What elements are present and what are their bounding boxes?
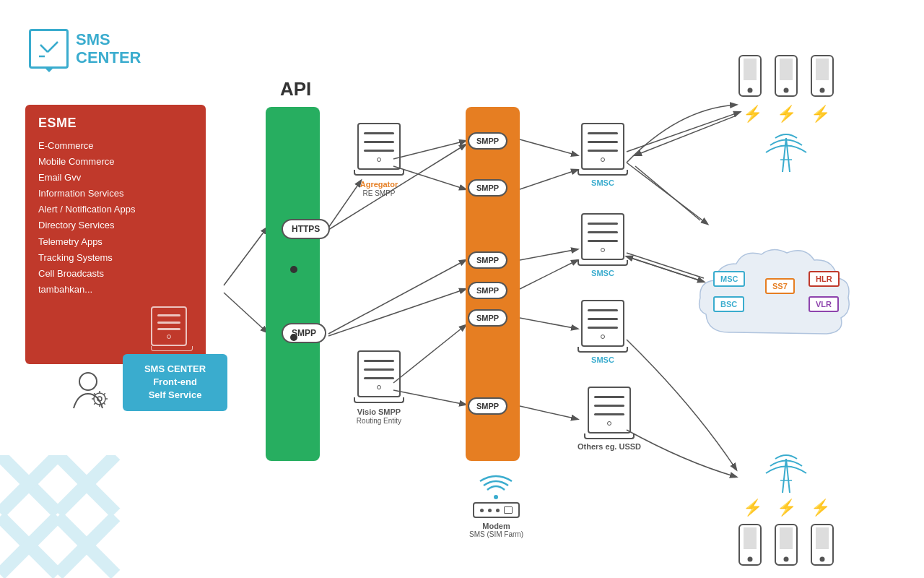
- smpp-badge-3: SMPP: [468, 251, 507, 269]
- user-icon-area: [72, 368, 112, 415]
- svg-line-36: [786, 138, 790, 172]
- smpp-junction-dot: [290, 334, 297, 341]
- svg-point-25: [494, 495, 498, 499]
- ss7-badge: SS7: [765, 278, 795, 294]
- lightning-3: ⚡: [811, 105, 830, 124]
- esme-title: ESME: [38, 116, 193, 131]
- lightning-6: ⚡: [811, 499, 830, 517]
- svg-line-0: [224, 228, 267, 285]
- svg-line-16: [627, 163, 707, 224]
- smpp-badge-6: SMPP: [468, 397, 507, 415]
- svg-line-60: [94, 403, 95, 405]
- svg-line-10: [520, 139, 578, 155]
- svg-rect-33: [816, 59, 829, 80]
- lightning-4: ⚡: [743, 499, 762, 517]
- svg-line-9: [393, 390, 466, 405]
- cloud-shape: MSC BSC SS7 HLR VLR: [693, 246, 859, 354]
- svg-rect-48: [816, 527, 829, 549]
- others-server: Others eg. USSD: [578, 387, 641, 451]
- logo-icon: [29, 29, 69, 69]
- svg-line-12: [520, 249, 578, 260]
- smpp-left-badge: SMPP: [282, 323, 326, 343]
- hlr-badge: HLR: [808, 271, 840, 287]
- svg-line-35: [783, 138, 786, 172]
- svg-line-14: [520, 318, 578, 329]
- frontend-box: SMS CENTER Front-end Self Service: [123, 354, 227, 411]
- modem-area: Modem SMS (SIM Farm): [469, 470, 523, 538]
- svg-point-49: [820, 557, 825, 562]
- smpp-badge-2: SMPP: [468, 179, 507, 197]
- esme-list: E-CommerceMobile CommerceEmail GvvInform…: [38, 138, 193, 298]
- esme-server-icon: [151, 306, 193, 351]
- smpp-badge-1: SMPP: [468, 132, 507, 150]
- svg-line-19: [627, 256, 704, 282]
- esme-box: ESME E-CommerceMobile CommerceEmail GvvI…: [25, 105, 206, 364]
- logo: SMS CENTER: [29, 29, 141, 69]
- smpp-badge-5: SMPP: [468, 309, 507, 327]
- svg-line-1: [224, 293, 267, 332]
- svg-rect-27: [744, 59, 757, 80]
- smpp-badge-4: SMPP: [468, 282, 507, 299]
- svg-point-43: [748, 557, 753, 562]
- phones-top-area: ⚡ ⚡ ⚡: [736, 54, 836, 174]
- https-junction-dot: [290, 266, 297, 273]
- svg-line-17: [635, 166, 700, 220]
- svg-line-13: [520, 260, 578, 289]
- svg-line-11: [520, 170, 578, 189]
- visio-server: Visio SMPP Routing Entity: [354, 350, 404, 425]
- lightning-2: ⚡: [777, 105, 796, 124]
- svg-line-21: [627, 112, 740, 152]
- svg-line-59: [104, 393, 105, 394]
- svg-point-31: [784, 88, 789, 93]
- logo-text: SMS CENTER: [76, 31, 141, 66]
- svg-point-34: [820, 88, 825, 93]
- msc-badge: MSC: [713, 271, 745, 287]
- svg-rect-30: [780, 59, 793, 80]
- svg-line-4: [393, 141, 466, 159]
- svg-point-50: [79, 373, 97, 390]
- aggregator-server: Agregator RE SMPP: [354, 123, 404, 197]
- green-column: [266, 107, 320, 461]
- lightning-5: ⚡: [777, 499, 796, 517]
- svg-line-22: [635, 116, 736, 155]
- svg-line-24: [48, 42, 58, 52]
- smsc-server-2: SMSC: [578, 213, 628, 277]
- svg-rect-45: [780, 527, 793, 549]
- svg-line-39: [786, 459, 790, 493]
- svg-line-58: [104, 403, 105, 405]
- svg-line-18: [627, 253, 704, 278]
- smsc-server-3: SMSC: [578, 300, 628, 364]
- svg-point-28: [748, 88, 753, 93]
- svg-rect-42: [744, 527, 757, 549]
- svg-line-15: [520, 406, 578, 419]
- svg-point-46: [784, 557, 789, 562]
- svg-line-6: [328, 260, 466, 334]
- svg-line-20: [627, 256, 704, 282]
- vlr-badge: VLR: [808, 296, 839, 312]
- svg-line-5: [393, 166, 466, 189]
- svg-line-23: [40, 45, 48, 52]
- https-badge: HTTPS: [282, 219, 330, 239]
- api-label: API: [280, 78, 311, 100]
- smsc-server-1: SMSC: [578, 123, 628, 187]
- lightning-1: ⚡: [743, 105, 762, 124]
- svg-line-7: [328, 289, 466, 336]
- svg-line-38: [783, 459, 786, 493]
- svg-line-57: [94, 393, 95, 394]
- bsc-badge: BSC: [713, 296, 744, 312]
- svg-point-51: [94, 393, 105, 405]
- svg-line-8: [393, 325, 466, 383]
- phones-bottom-area: ⚡ ⚡ ⚡: [736, 448, 836, 566]
